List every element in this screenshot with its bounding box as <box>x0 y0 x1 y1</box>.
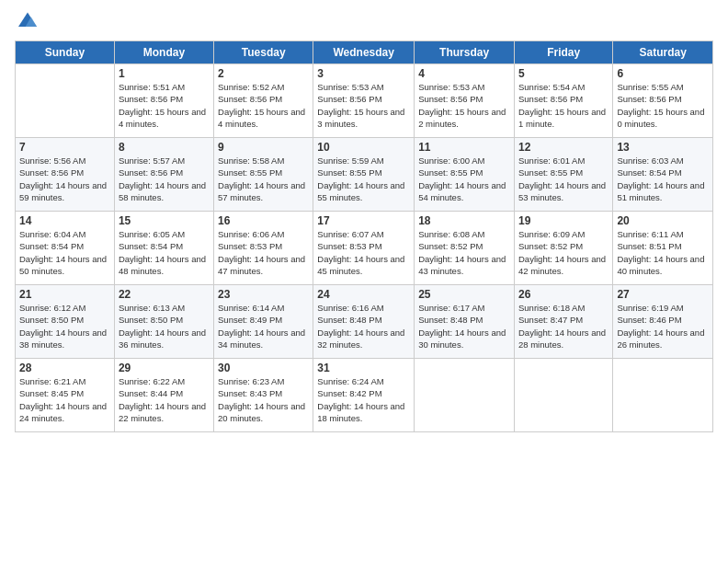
day-info: Sunrise: 5:56 AMSunset: 8:56 PMDaylight:… <box>19 155 110 203</box>
calendar-week-row: 7 Sunrise: 5:56 AMSunset: 8:56 PMDayligh… <box>16 138 713 212</box>
day-info: Sunrise: 6:18 AMSunset: 8:47 PMDaylight:… <box>518 302 609 350</box>
calendar-cell <box>613 359 713 432</box>
day-number: 24 <box>317 288 410 301</box>
day-info: Sunrise: 5:53 AMSunset: 8:56 PMDaylight:… <box>317 81 410 130</box>
day-number: 30 <box>218 362 309 374</box>
calendar-cell: 7 Sunrise: 5:56 AMSunset: 8:56 PMDayligh… <box>16 138 115 212</box>
day-number: 9 <box>218 141 309 154</box>
calendar-cell: 5 Sunrise: 5:54 AMSunset: 8:56 PMDayligh… <box>514 64 612 138</box>
calendar-cell: 21 Sunrise: 6:12 AMSunset: 8:50 PMDaylig… <box>16 285 115 359</box>
weekday-header: Sunday <box>16 41 115 64</box>
day-info: Sunrise: 5:51 AMSunset: 8:56 PMDaylight:… <box>119 81 210 130</box>
calendar-table: SundayMondayTuesdayWednesdayThursdayFrid… <box>15 40 713 432</box>
day-number: 18 <box>418 214 510 227</box>
calendar-cell: 19 Sunrise: 6:09 AMSunset: 8:52 PMDaylig… <box>514 212 612 285</box>
calendar-cell: 10 Sunrise: 5:59 AMSunset: 8:55 PMDaylig… <box>313 138 415 212</box>
calendar-cell <box>415 359 515 432</box>
day-info: Sunrise: 5:54 AMSunset: 8:56 PMDaylight:… <box>518 81 609 130</box>
calendar-cell: 15 Sunrise: 6:05 AMSunset: 8:54 PMDaylig… <box>114 212 213 285</box>
calendar-page: SundayMondayTuesdayWednesdayThursdayFrid… <box>0 0 728 563</box>
day-number: 17 <box>317 214 410 227</box>
calendar-cell: 1 Sunrise: 5:51 AMSunset: 8:56 PMDayligh… <box>114 64 213 138</box>
header <box>15 11 713 33</box>
day-number: 26 <box>518 288 609 301</box>
calendar-cell: 30 Sunrise: 6:23 AMSunset: 8:43 PMDaylig… <box>214 359 313 432</box>
calendar-cell: 17 Sunrise: 6:07 AMSunset: 8:53 PMDaylig… <box>313 212 415 285</box>
day-number: 23 <box>218 288 309 301</box>
day-info: Sunrise: 5:53 AMSunset: 8:56 PMDaylight:… <box>418 81 510 130</box>
calendar-cell: 26 Sunrise: 6:18 AMSunset: 8:47 PMDaylig… <box>514 285 612 359</box>
day-info: Sunrise: 5:57 AMSunset: 8:56 PMDaylight:… <box>119 155 210 203</box>
day-number: 28 <box>19 362 110 374</box>
logo <box>15 11 39 33</box>
day-number: 14 <box>19 214 110 227</box>
calendar-week-row: 28 Sunrise: 6:21 AMSunset: 8:45 PMDaylig… <box>16 359 713 432</box>
calendar-cell: 20 Sunrise: 6:11 AMSunset: 8:51 PMDaylig… <box>613 212 713 285</box>
day-number: 6 <box>617 67 709 80</box>
day-number: 31 <box>317 362 410 374</box>
day-info: Sunrise: 6:04 AMSunset: 8:54 PMDaylight:… <box>19 228 110 277</box>
day-info: Sunrise: 6:14 AMSunset: 8:49 PMDaylight:… <box>218 302 309 350</box>
day-info: Sunrise: 6:05 AMSunset: 8:54 PMDaylight:… <box>119 228 210 277</box>
day-number: 2 <box>218 67 309 80</box>
day-info: Sunrise: 6:24 AMSunset: 8:42 PMDaylight:… <box>317 375 410 424</box>
day-info: Sunrise: 5:52 AMSunset: 8:56 PMDaylight:… <box>218 81 309 130</box>
calendar-cell: 23 Sunrise: 6:14 AMSunset: 8:49 PMDaylig… <box>214 285 313 359</box>
logo-icon <box>17 11 39 29</box>
day-info: Sunrise: 6:16 AMSunset: 8:48 PMDaylight:… <box>317 302 410 350</box>
calendar-cell <box>514 359 612 432</box>
calendar-cell: 6 Sunrise: 5:55 AMSunset: 8:56 PMDayligh… <box>613 64 713 138</box>
calendar-cell: 16 Sunrise: 6:06 AMSunset: 8:53 PMDaylig… <box>214 212 313 285</box>
day-info: Sunrise: 5:55 AMSunset: 8:56 PMDaylight:… <box>617 81 709 130</box>
day-info: Sunrise: 6:09 AMSunset: 8:52 PMDaylight:… <box>518 228 609 277</box>
day-info: Sunrise: 5:59 AMSunset: 8:55 PMDaylight:… <box>317 155 410 203</box>
day-info: Sunrise: 6:17 AMSunset: 8:48 PMDaylight:… <box>418 302 510 350</box>
logo-block <box>15 11 39 33</box>
calendar-cell: 3 Sunrise: 5:53 AMSunset: 8:56 PMDayligh… <box>313 64 415 138</box>
weekday-header: Tuesday <box>214 41 313 64</box>
calendar-cell: 22 Sunrise: 6:13 AMSunset: 8:50 PMDaylig… <box>114 285 213 359</box>
calendar-cell: 14 Sunrise: 6:04 AMSunset: 8:54 PMDaylig… <box>16 212 115 285</box>
day-number: 22 <box>119 288 210 301</box>
day-number: 13 <box>617 141 709 154</box>
calendar-cell: 27 Sunrise: 6:19 AMSunset: 8:46 PMDaylig… <box>613 285 713 359</box>
calendar-cell: 28 Sunrise: 6:21 AMSunset: 8:45 PMDaylig… <box>16 359 115 432</box>
day-info: Sunrise: 6:07 AMSunset: 8:53 PMDaylight:… <box>317 228 410 277</box>
day-number: 16 <box>218 214 309 227</box>
day-number: 15 <box>119 214 210 227</box>
day-number: 8 <box>119 141 210 154</box>
day-info: Sunrise: 6:19 AMSunset: 8:46 PMDaylight:… <box>617 302 709 350</box>
calendar-header-row: SundayMondayTuesdayWednesdayThursdayFrid… <box>16 41 713 64</box>
day-number: 4 <box>418 67 510 80</box>
calendar-cell: 13 Sunrise: 6:03 AMSunset: 8:54 PMDaylig… <box>613 138 713 212</box>
day-info: Sunrise: 6:22 AMSunset: 8:44 PMDaylight:… <box>119 375 210 424</box>
calendar-cell: 4 Sunrise: 5:53 AMSunset: 8:56 PMDayligh… <box>415 64 515 138</box>
day-info: Sunrise: 6:23 AMSunset: 8:43 PMDaylight:… <box>218 375 309 424</box>
day-number: 27 <box>617 288 709 301</box>
calendar-cell <box>16 64 115 138</box>
day-number: 5 <box>518 67 609 80</box>
day-number: 3 <box>317 67 410 80</box>
day-number: 21 <box>19 288 110 301</box>
calendar-cell: 9 Sunrise: 5:58 AMSunset: 8:55 PMDayligh… <box>214 138 313 212</box>
calendar-cell: 25 Sunrise: 6:17 AMSunset: 8:48 PMDaylig… <box>415 285 515 359</box>
calendar-cell: 29 Sunrise: 6:22 AMSunset: 8:44 PMDaylig… <box>114 359 213 432</box>
calendar-week-row: 21 Sunrise: 6:12 AMSunset: 8:50 PMDaylig… <box>16 285 713 359</box>
calendar-cell: 31 Sunrise: 6:24 AMSunset: 8:42 PMDaylig… <box>313 359 415 432</box>
day-number: 1 <box>119 67 210 80</box>
weekday-header: Thursday <box>415 41 515 64</box>
day-info: Sunrise: 6:12 AMSunset: 8:50 PMDaylight:… <box>19 302 110 350</box>
calendar-cell: 24 Sunrise: 6:16 AMSunset: 8:48 PMDaylig… <box>313 285 415 359</box>
weekday-header: Monday <box>114 41 213 64</box>
day-number: 11 <box>418 141 510 154</box>
day-number: 25 <box>418 288 510 301</box>
day-info: Sunrise: 6:11 AMSunset: 8:51 PMDaylight:… <box>617 228 709 277</box>
day-info: Sunrise: 6:03 AMSunset: 8:54 PMDaylight:… <box>617 155 709 203</box>
calendar-cell: 8 Sunrise: 5:57 AMSunset: 8:56 PMDayligh… <box>114 138 213 212</box>
calendar-week-row: 14 Sunrise: 6:04 AMSunset: 8:54 PMDaylig… <box>16 212 713 285</box>
calendar-cell: 18 Sunrise: 6:08 AMSunset: 8:52 PMDaylig… <box>415 212 515 285</box>
calendar-week-row: 1 Sunrise: 5:51 AMSunset: 8:56 PMDayligh… <box>16 64 713 138</box>
day-info: Sunrise: 6:13 AMSunset: 8:50 PMDaylight:… <box>119 302 210 350</box>
day-info: Sunrise: 5:58 AMSunset: 8:55 PMDaylight:… <box>218 155 309 203</box>
weekday-header: Friday <box>514 41 612 64</box>
